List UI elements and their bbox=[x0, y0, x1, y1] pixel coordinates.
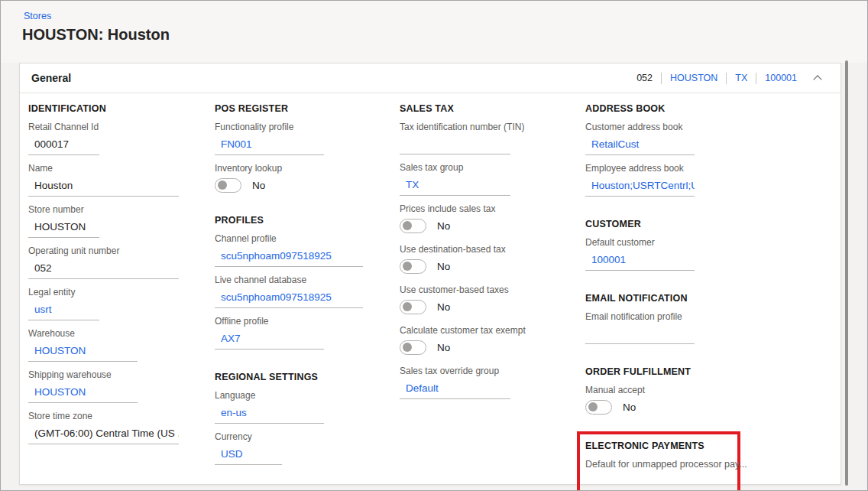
default-unmapped-processor-payment-input[interactable] bbox=[585, 474, 695, 491]
field-label: Shipping warehouse bbox=[28, 369, 201, 380]
field-shipping-warehouse: Shipping warehouse HOUSTON bbox=[28, 369, 201, 403]
field-label: Use customer-based taxes bbox=[400, 285, 572, 295]
shipping-warehouse-link[interactable]: HOUSTON bbox=[28, 384, 138, 403]
group-title: REGIONAL SETTINGS bbox=[215, 372, 387, 383]
field-label: Prices include sales tax bbox=[400, 203, 572, 214]
field-store-number: Store number HOUSTON bbox=[28, 204, 201, 238]
use-destination-based-tax-toggle[interactable] bbox=[400, 259, 426, 274]
group-title: ADDRESS BOOK bbox=[585, 103, 758, 115]
field-label: Calculate customer tax exempt bbox=[400, 325, 572, 336]
vertical-scrollbar[interactable] bbox=[845, 60, 848, 486]
customer-address-book-link[interactable]: RetailCust bbox=[585, 136, 695, 155]
group-sales-tax: SALES TAX Tax identification number (TIN… bbox=[400, 103, 572, 399]
name-input[interactable]: Houston bbox=[28, 177, 179, 197]
field-warehouse: Warehouse HOUSTON bbox=[28, 328, 201, 362]
store-number-input[interactable]: HOUSTON bbox=[28, 219, 99, 238]
field-label: Functionality profile bbox=[215, 122, 387, 132]
legal-entity-link[interactable]: usrt bbox=[28, 301, 99, 320]
currency-link[interactable]: USD bbox=[215, 446, 282, 465]
field-channel-profile: Channel profile scu5nphoam097518925 bbox=[215, 233, 387, 267]
toggle-knob bbox=[588, 402, 598, 411]
group-title: ELECTRONIC PAYMENTS bbox=[585, 441, 728, 452]
chevron-up-icon bbox=[813, 75, 821, 83]
field-customer-address-book: Customer address book RetailCust bbox=[585, 122, 758, 155]
channel-profile-link[interactable]: scu5nphoam097518925 bbox=[215, 248, 363, 267]
field-label: Channel profile bbox=[215, 233, 387, 244]
collapse-section-button[interactable] bbox=[810, 70, 827, 86]
field-live-channel-database: Live channel database scu5nphoam09751892… bbox=[215, 275, 387, 308]
general-section-title: General bbox=[31, 72, 71, 84]
summary-default-customer-link[interactable]: 100001 bbox=[765, 73, 797, 83]
field-use-customer-based-taxes: Use customer-based taxes No bbox=[400, 285, 572, 314]
toggle-state-label: No bbox=[437, 301, 450, 313]
group-identification: IDENTIFICATION Retail Channel Id 000017 … bbox=[28, 103, 201, 444]
employee-address-book-link[interactable]: Houston;USRTCentrl;U... bbox=[585, 177, 695, 197]
group-title: EMAIL NOTIFICATION bbox=[585, 293, 758, 304]
functionality-profile-link[interactable]: FN001 bbox=[215, 136, 324, 155]
warehouse-link[interactable]: HOUSTON bbox=[28, 343, 138, 362]
field-label: Legal entity bbox=[28, 287, 201, 298]
page-title: HOUSTON: Houston bbox=[22, 26, 170, 44]
store-time-zone-input[interactable]: (GMT-06:00) Central Time (US ... bbox=[28, 425, 179, 444]
toggle-state-label: No bbox=[437, 220, 450, 232]
field-label: Default customer bbox=[585, 237, 758, 248]
general-section-card: General 052 HOUSTON TX 100001 IDENTIFICA… bbox=[19, 63, 841, 485]
inventory-lookup-toggle[interactable] bbox=[215, 178, 241, 193]
field-functionality-profile: Functionality profile FN001 bbox=[215, 122, 387, 155]
operating-unit-number-input[interactable]: 052 bbox=[28, 260, 179, 279]
tax-identification-number-input[interactable] bbox=[400, 136, 510, 154]
field-default-unmapped-processor-payment: Default for unmapped processor pay... bbox=[585, 459, 728, 491]
column-sales-tax: SALES TAX Tax identification number (TIN… bbox=[400, 103, 572, 407]
offline-profile-link[interactable]: AX7 bbox=[215, 330, 324, 350]
sales-tax-override-group-link[interactable]: Default bbox=[400, 380, 510, 399]
summary-store-number-link[interactable]: HOUSTON bbox=[670, 73, 717, 83]
toggle-state-label: No bbox=[623, 402, 636, 413]
toggle-knob bbox=[403, 302, 412, 311]
prices-include-sales-tax-toggle[interactable] bbox=[400, 219, 426, 233]
language-link[interactable]: en-us bbox=[215, 405, 324, 424]
toggle-knob bbox=[218, 180, 227, 190]
field-label: Operating unit number bbox=[28, 246, 201, 256]
summary-separator bbox=[661, 73, 662, 84]
field-label: Inventory lookup bbox=[215, 163, 387, 174]
group-title: POS REGISTER bbox=[215, 103, 387, 115]
summary-sales-tax-group-link[interactable]: TX bbox=[735, 73, 747, 83]
manual-accept-toggle[interactable] bbox=[585, 400, 612, 415]
field-sales-tax-group: Sales tax group TX bbox=[400, 162, 572, 196]
field-calculate-customer-tax-exempt: Calculate customer tax exempt No bbox=[400, 325, 572, 355]
field-retail-channel-id: Retail Channel Id 000017 bbox=[28, 122, 201, 155]
field-label: Sales tax group bbox=[400, 162, 572, 173]
live-channel-database-link[interactable]: scu5nphoam097518925 bbox=[215, 289, 363, 308]
field-employee-address-book: Employee address book Houston;USRTCentrl… bbox=[585, 163, 758, 197]
field-manual-accept: Manual accept No bbox=[585, 385, 758, 415]
field-legal-entity: Legal entity usrt bbox=[28, 287, 201, 320]
toggle-knob bbox=[403, 262, 412, 271]
default-customer-link[interactable]: 100001 bbox=[585, 252, 695, 271]
column-address-customer-orders: ADDRESS BOOK Customer address book Retai… bbox=[585, 103, 758, 491]
field-label: Currency bbox=[215, 431, 387, 442]
use-customer-based-taxes-toggle[interactable] bbox=[400, 300, 426, 314]
field-name: Name Houston bbox=[28, 163, 201, 197]
group-electronic-payments: ELECTRONIC PAYMENTS Default for unmapped… bbox=[585, 441, 728, 491]
summary-operating-unit: 052 bbox=[636, 73, 653, 83]
group-address-book: ADDRESS BOOK Customer address book Retai… bbox=[585, 103, 758, 197]
retail-channel-id-input[interactable]: 000017 bbox=[28, 136, 99, 155]
field-label: Use destination-based tax bbox=[400, 244, 572, 255]
group-title: PROFILES bbox=[215, 215, 387, 226]
email-notification-profile-input[interactable] bbox=[585, 326, 695, 344]
sales-tax-group-link[interactable]: TX bbox=[400, 177, 510, 196]
breadcrumb-stores-link[interactable]: Stores bbox=[24, 11, 51, 21]
field-label: Name bbox=[28, 163, 201, 174]
field-offline-profile: Offline profile AX7 bbox=[215, 316, 387, 350]
toggle-state-label: No bbox=[437, 261, 450, 272]
calculate-customer-tax-exempt-toggle[interactable] bbox=[400, 340, 426, 355]
field-label: Email notification profile bbox=[585, 311, 758, 322]
field-label: Store time zone bbox=[28, 411, 201, 421]
group-title: ORDER FULFILLMENT bbox=[585, 366, 758, 378]
field-currency: Currency USD bbox=[215, 431, 387, 465]
electronic-payments-highlight-box: ELECTRONIC PAYMENTS Default for unmapped… bbox=[577, 431, 740, 491]
general-section-header[interactable]: General 052 HOUSTON TX 100001 bbox=[20, 63, 840, 93]
toggle-state-label: No bbox=[252, 180, 265, 191]
field-tax-identification-number: Tax identification number (TIN) bbox=[400, 122, 572, 154]
column-identification: IDENTIFICATION Retail Channel Id 000017 … bbox=[28, 103, 201, 452]
